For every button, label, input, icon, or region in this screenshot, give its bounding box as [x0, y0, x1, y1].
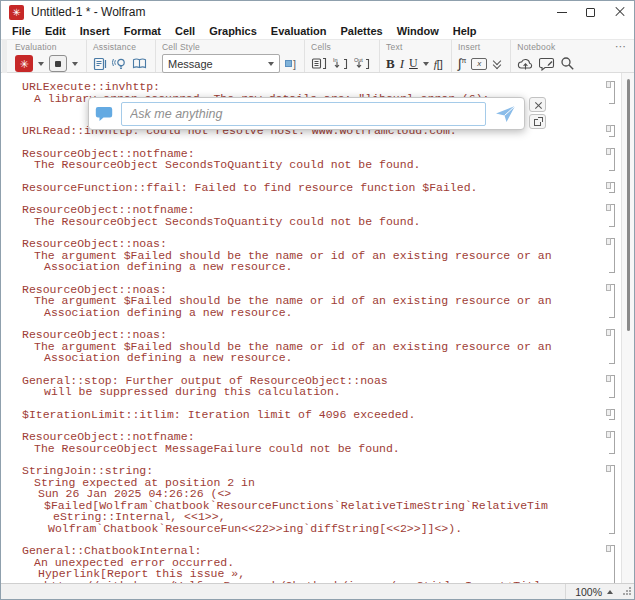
abort-button[interactable] [49, 55, 67, 72]
magnification-control[interactable]: 100% [566, 586, 622, 598]
cell-bracket[interactable] [609, 329, 615, 364]
message-notfname-1: ResourceObject::notfname: The ResourceOb… [1, 148, 621, 171]
cell-bracket[interactable] [609, 409, 615, 421]
menu-edit[interactable]: Edit [38, 25, 73, 37]
message-line: Sun 26 Jan 2025 04:26:26 (<> [1, 488, 621, 500]
wolfram-notebook-window: ✳ Untitled-1 * - Wolfram File Edit Inser… [0, 0, 635, 600]
search-button[interactable] [560, 56, 575, 71]
menu-evaluation[interactable]: Evaluation [264, 25, 334, 37]
message-notfname-3: ResourceObject::notfname: The ResourceOb… [1, 431, 621, 454]
maximize-button[interactable] [576, 1, 605, 23]
toolbar-more-button[interactable]: ⋯ [615, 40, 626, 53]
scrollbar-thumb[interactable] [627, 79, 630, 331]
ask-me-anything-input[interactable] [121, 102, 486, 126]
section-label: Cell Style [162, 42, 296, 52]
cell-bracket-tag-icon [606, 545, 611, 552]
math-input-button[interactable]: ∫π [458, 56, 466, 71]
cell-bracket-tag-icon [606, 238, 611, 245]
cloud-publish-button[interactable] [517, 57, 534, 71]
evaluate-dropdown-chevron-icon[interactable] [38, 62, 44, 66]
abort-dropdown-chevron-icon[interactable] [72, 62, 78, 66]
cell-bracket-icon [311, 57, 327, 70]
menu-file[interactable]: File [5, 25, 38, 37]
vertical-scrollbar[interactable] [621, 73, 634, 583]
cell-bracket[interactable] [609, 545, 615, 585]
message-line: The argument $Failed should be the name … [1, 295, 621, 307]
menu-cell[interactable]: Cell [168, 25, 202, 37]
more-insert-button[interactable] [492, 58, 502, 69]
cell-bracket[interactable] [609, 182, 615, 194]
menu-insert[interactable]: Insert [73, 25, 117, 37]
copy-input-icon: In [332, 56, 349, 71]
italic-button[interactable]: I [400, 56, 404, 72]
abort-icon [55, 61, 61, 67]
send-button[interactable] [493, 105, 518, 123]
menu-help[interactable]: Help [446, 25, 484, 37]
menu-format[interactable]: Format [117, 25, 168, 37]
cell-bracket-tag-icon [606, 375, 611, 382]
cell-bracket[interactable] [609, 204, 615, 227]
new-cell-button[interactable] [311, 57, 327, 70]
cell-style-preview-icon[interactable]: ] [285, 58, 296, 70]
notebook-content: URLExecute::invhttp: A library error occ… [1, 73, 621, 585]
resize-grip[interactable] [622, 584, 634, 599]
resources-button[interactable] [132, 57, 147, 70]
documentation-button[interactable] [93, 57, 107, 71]
message-line: The ResourceObject SecondsToQuantity cou… [1, 159, 621, 171]
cell-bracket-tag-icon [606, 182, 611, 189]
cell-bracket-tag-icon [606, 204, 611, 211]
bold-button[interactable]: B [386, 56, 395, 72]
toolbar-section-insert: Insert ∫π x [452, 40, 511, 72]
cell-bracket[interactable] [609, 125, 615, 137]
double-chevron-down-icon [492, 58, 502, 69]
toolbar: Evaluation ✳ Assistance [1, 39, 634, 73]
cloud-upload-icon [517, 57, 534, 71]
pop-out-icon [534, 119, 541, 126]
menu-window[interactable]: Window [390, 25, 446, 37]
cell-bracket[interactable] [609, 238, 615, 273]
style-swatch [285, 60, 292, 67]
message-line: StringJoin::string: [1, 465, 621, 477]
minimize-button[interactable] [547, 1, 576, 23]
statusbar: 100% [1, 583, 634, 599]
message-line: URLExecute::invhttp: [1, 81, 621, 93]
close-button[interactable] [605, 1, 634, 23]
section-label: Evaluation [15, 42, 78, 52]
chat-bubble-icon [95, 106, 114, 122]
message-itlim: $IterationLimit::itlim: Iteration limit … [1, 409, 621, 421]
message-chatbook-internal: General::ChatbookInternal: An unexpected… [1, 545, 621, 585]
cell-style-dropdown[interactable]: Message [162, 54, 280, 73]
cell-bracket-tag-icon [606, 148, 611, 155]
copy-output-button[interactable]: Out [354, 56, 371, 71]
assistant-close-button[interactable] [529, 97, 546, 112]
font-format-button[interactable]: f[] [434, 58, 443, 70]
toolbar-section-assistance: Assistance [87, 40, 156, 72]
menubar: File Edit Insert Format Cell Graphics Ev… [1, 23, 634, 39]
message-line: The ResourceObject SecondsToQuantity cou… [1, 216, 621, 228]
toolbar-section-evaluation: Evaluation ✳ [9, 40, 87, 72]
message-line: ResourceObject::noas: [1, 238, 621, 250]
message-line: ResourceObject::notfname: [1, 204, 621, 216]
cell-bracket[interactable] [609, 148, 615, 171]
chat-button[interactable] [539, 57, 555, 71]
text-style-chevron-icon[interactable] [423, 62, 429, 66]
cell-style-selected: Message [168, 58, 268, 70]
window-title: Untitled-1 * - Wolfram [31, 5, 145, 19]
cell-bracket[interactable] [609, 81, 615, 104]
menu-palettes[interactable]: Palettes [333, 25, 389, 37]
toolbar-section-cells: Cells In [305, 40, 380, 72]
assistant-popout-button[interactable] [529, 114, 546, 129]
cell-bracket[interactable] [609, 375, 615, 398]
cell-bracket-tag-icon [606, 284, 611, 291]
copy-input-button[interactable]: In [332, 56, 349, 71]
inline-cell-button[interactable]: x [471, 58, 487, 70]
evaluate-button[interactable]: ✳ [15, 55, 33, 72]
cell-bracket[interactable] [609, 465, 615, 534]
message-line: ResourceObject::notfname: [1, 431, 621, 443]
underline-button[interactable]: U [409, 56, 418, 71]
cell-bracket[interactable] [609, 284, 615, 319]
menu-graphics[interactable]: Graphics [202, 25, 264, 37]
cell-bracket[interactable] [609, 431, 615, 454]
suggestions-button[interactable] [112, 57, 127, 71]
toolbar-section-cell-style: Cell Style Message ] [156, 40, 305, 72]
